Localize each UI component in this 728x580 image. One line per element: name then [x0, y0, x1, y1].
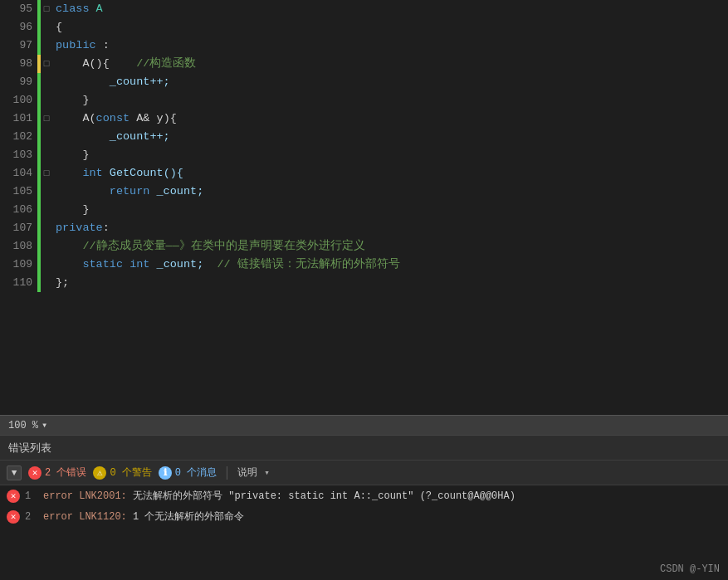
- code-token: };: [56, 276, 69, 289]
- filter-button[interactable]: ▼: [7, 465, 22, 480]
- code-token: //构造函数: [116, 57, 197, 70]
- zoom-info[interactable]: 100 % ▾: [8, 419, 47, 431]
- expand-toggle[interactable]: □: [41, 110, 52, 128]
- expand-toggle: [41, 18, 52, 37]
- expand-toggle: [41, 37, 52, 55]
- info-count-label: 0 个消息: [175, 465, 217, 480]
- error-item-desc: 1 个无法解析的外部命令: [133, 511, 244, 523]
- line-number: 110: [0, 274, 32, 292]
- expand-toggle[interactable]: □: [41, 55, 52, 73]
- expand-toggle[interactable]: □: [41, 0, 52, 18]
- expand-toggle: [41, 256, 52, 274]
- error-list-item[interactable]: ✕2error LNK1120: 1 个无法解析的外部命令: [0, 506, 728, 527]
- code-line: public :: [52, 37, 728, 55]
- error-list-item[interactable]: ✕1error LNK2001: 无法解析的外部符号 "private: sta…: [0, 485, 728, 506]
- info-count-badge[interactable]: ℹ 0 个消息: [159, 465, 217, 480]
- filter-icon: ▼: [12, 468, 17, 478]
- line-number: 96: [0, 18, 32, 37]
- code-line: }: [52, 146, 728, 164]
- expand-toggle: [41, 128, 52, 146]
- desc-dropdown-icon[interactable]: ▾: [264, 467, 270, 478]
- code-editor: 9596979899100101102103104105106107108109…: [0, 0, 728, 415]
- code-token: _count++;: [56, 76, 170, 88]
- code-token: A(){: [56, 57, 116, 70]
- line-number: 108: [0, 237, 32, 256]
- code-token: private: [56, 222, 103, 234]
- code-token: A: [96, 2, 103, 15]
- error-count-label: 2 个错误: [45, 465, 86, 480]
- error-item-icon: ✕: [7, 490, 20, 503]
- line-number: 101: [0, 110, 32, 128]
- error-item-code: error LNK1120:: [43, 511, 133, 523]
- line-number: 97: [0, 37, 32, 55]
- code-token: }: [56, 203, 90, 216]
- line-number: 99: [0, 73, 32, 91]
- error-item-number: 2: [25, 511, 38, 523]
- code-line: private:: [52, 219, 728, 237]
- code-line: A(const A& y){: [52, 110, 728, 128]
- code-token: [56, 185, 110, 197]
- info-icon: ℹ: [159, 466, 172, 480]
- code-line: _count++;: [52, 73, 728, 91]
- toolbar-divider: [227, 466, 227, 480]
- code-line: //静态成员变量——》在类中的是声明要在类外进行定义: [52, 237, 728, 256]
- code-token: int: [82, 167, 102, 179]
- code-token: const: [96, 112, 130, 124]
- error-panel-toolbar[interactable]: ▼ ✕ 2 个错误 ⚠ 0 个警告 ℹ 0 个消息 说明 ▾: [0, 461, 728, 485]
- expand-toggle: [41, 91, 52, 110]
- expand-toggle: [41, 73, 52, 91]
- expand-column[interactable]: □□□□: [41, 0, 52, 415]
- code-token: A(: [56, 112, 96, 124]
- code-line: };: [52, 274, 728, 292]
- code-line: return _count;: [52, 183, 728, 201]
- code-token: int: [129, 258, 149, 271]
- line-number: 103: [0, 146, 32, 164]
- code-token: [123, 258, 129, 271]
- zoom-level: 100 %: [8, 420, 38, 431]
- desc-label[interactable]: 说明: [237, 465, 257, 480]
- status-bar: 100 % ▾: [0, 415, 728, 435]
- error-item-code: error LNK2001:: [43, 490, 133, 502]
- warning-count-label: 0 个警告: [110, 465, 151, 480]
- code-token: }: [56, 149, 90, 161]
- error-item-icon: ✕: [7, 510, 20, 524]
- code-token: [56, 258, 82, 271]
- code-line: int GetCount(){: [52, 164, 728, 183]
- code-token: public: [56, 39, 96, 51]
- code-token: _count;: [149, 258, 217, 271]
- code-token: A& y){: [129, 112, 177, 124]
- line-number: 104: [0, 164, 32, 183]
- code-line: }: [52, 201, 728, 219]
- line-number: 95: [0, 0, 32, 18]
- code-token: :: [103, 222, 110, 234]
- error-list[interactable]: ✕1error LNK2001: 无法解析的外部符号 "private: sta…: [0, 485, 728, 580]
- expand-toggle: [41, 201, 52, 219]
- code-token: GetCount(){: [103, 167, 183, 179]
- line-number: 102: [0, 128, 32, 146]
- line-numbers: 9596979899100101102103104105106107108109…: [0, 0, 37, 415]
- code-content: class A{public : A(){ //构造函数 _count++; }…: [52, 0, 728, 415]
- code-token: {: [56, 21, 62, 33]
- code-line: _count++;: [52, 128, 728, 146]
- code-token: _count;: [149, 185, 203, 197]
- line-number: 100: [0, 91, 32, 110]
- error-item-text: error LNK2001: 无法解析的外部符号 "private: stati…: [43, 489, 721, 503]
- warning-count-badge[interactable]: ⚠ 0 个警告: [93, 465, 151, 480]
- error-count-badge[interactable]: ✕ 2 个错误: [28, 465, 86, 480]
- code-token: :: [96, 39, 110, 51]
- code-token: class: [56, 2, 96, 15]
- code-line: class A: [52, 0, 728, 18]
- expand-toggle[interactable]: □: [41, 164, 52, 183]
- expand-toggle: [41, 146, 52, 164]
- line-number: 107: [0, 219, 32, 237]
- warning-icon: ⚠: [93, 466, 106, 480]
- error-icon: ✕: [28, 466, 42, 480]
- expand-toggle: [41, 183, 52, 201]
- error-item-number: 1: [25, 490, 38, 502]
- zoom-dropdown-icon[interactable]: ▾: [42, 419, 47, 431]
- expand-toggle: [41, 219, 52, 237]
- expand-toggle: [41, 237, 52, 256]
- error-panel-header: 错误列表: [0, 436, 728, 461]
- code-line: static int _count; // 链接错误：无法解析的外部符号: [52, 256, 728, 274]
- line-number: 109: [0, 256, 32, 274]
